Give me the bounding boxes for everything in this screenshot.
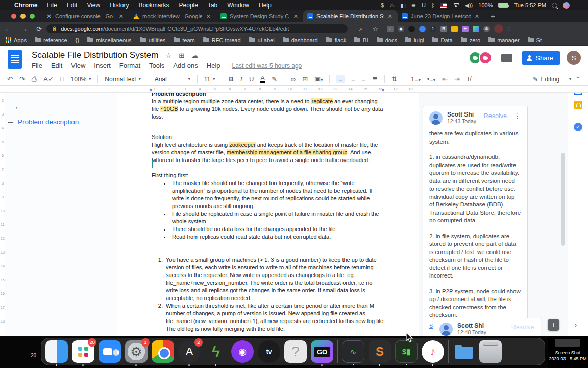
menu-item[interactable]: Help xyxy=(259,2,272,9)
bookmark-item[interactable]: Apps xyxy=(5,37,27,43)
docs-menu-file[interactable]: File xyxy=(32,62,42,70)
close-tab-icon[interactable]: ✕ xyxy=(292,13,299,20)
docs-menu-view[interactable]: View xyxy=(71,62,85,70)
highlight-color-button[interactable]: ✎ xyxy=(272,75,277,83)
google-docs-icon[interactable] xyxy=(8,50,22,69)
add-comment-button[interactable]: ⊞ xyxy=(302,75,308,83)
tab-mock-interview[interactable]: mock interview - Google Drive ✕ xyxy=(129,10,216,22)
bookmark-item[interactable]: dashboard xyxy=(283,37,318,43)
bookmark-item[interactable]: RFC toread xyxy=(203,37,241,43)
close-outline-icon[interactable]: ← xyxy=(14,102,23,112)
wifi-icon[interactable] xyxy=(452,3,459,8)
zoom-select[interactable]: 100%▾ xyxy=(71,76,91,83)
bold-button[interactable]: B xyxy=(229,75,233,83)
activity-monitor-dock-icon[interactable]: ∿ xyxy=(342,340,364,363)
docs-menu-tools[interactable]: Tools xyxy=(149,62,164,70)
document-title[interactable]: Scalable File Distribution System xyxy=(32,50,158,60)
bookmark-item[interactable]: luigi xyxy=(405,37,424,43)
menu-item[interactable]: Chrome xyxy=(14,2,37,9)
zoom-window-button[interactable] xyxy=(30,14,35,19)
lock-icon[interactable]: 🔒 xyxy=(52,26,57,31)
app-store-dock-icon[interactable]: A2 xyxy=(178,340,201,363)
horizontal-ruler[interactable]: 123456789101112131415161718 ▼ ▼ xyxy=(0,86,588,93)
keep-icon[interactable] xyxy=(574,101,582,109)
clear-formatting-button[interactable]: T̸ xyxy=(467,75,471,83)
justify-button[interactable]: ≣ xyxy=(372,75,378,83)
styles-select[interactable]: Normal text▾ xyxy=(105,76,140,83)
status-misc-icon[interactable]: $ xyxy=(381,2,384,8)
undo-button[interactable]: ↶ xyxy=(7,75,13,83)
underline-button[interactable]: U xyxy=(249,75,254,83)
menu-item[interactable]: Edit xyxy=(67,2,78,9)
downloads-folder-dock-icon[interactable] xyxy=(453,340,475,363)
spell-check-button[interactable]: A✓ xyxy=(43,75,54,83)
collaborator-avatar-pink[interactable] xyxy=(479,51,492,64)
battery-icon[interactable] xyxy=(498,3,508,8)
screenshot-thumbnail[interactable]: Screen Shot 2020-03...5.45 PM xyxy=(548,336,588,368)
siri-icon[interactable] xyxy=(563,2,570,9)
extension-zoom-icon[interactable] xyxy=(419,26,426,32)
music-dock-icon[interactable]: ♪ xyxy=(422,340,444,363)
menu-clock[interactable]: Tue 5:52 PM xyxy=(514,2,546,8)
align-center-button[interactable]: ≡ xyxy=(351,75,355,83)
zoom-dock-icon[interactable] xyxy=(99,340,121,363)
last-edit-status[interactable]: Last edit was 5 hours ago xyxy=(232,62,302,70)
missing-app-dock-icon[interactable]: ? xyxy=(284,340,307,363)
menu-item[interactable]: View xyxy=(87,2,100,9)
bookmark-item[interactable]: {} xyxy=(76,37,79,43)
font-select[interactable]: Arial▾ xyxy=(155,76,190,83)
insert-image-button[interactable]: ▣▾ xyxy=(314,75,323,83)
forward-button[interactable]: → xyxy=(16,25,32,33)
extension-rainbow-icon[interactable] xyxy=(473,26,479,32)
menu-item[interactable]: File xyxy=(47,2,57,9)
input-language-flag-icon[interactable] xyxy=(440,3,447,8)
hide-panel-chevron-icon[interactable]: › xyxy=(575,321,577,329)
share-button[interactable]: Share xyxy=(522,51,560,65)
menu-item[interactable]: People xyxy=(179,2,198,9)
close-tab-icon[interactable]: ✕ xyxy=(387,13,394,20)
resolve-button[interactable]: Resolve xyxy=(511,323,534,331)
bulleted-list-button[interactable]: •≡▾ xyxy=(427,75,435,83)
extension-purple-icon[interactable]: ✦ xyxy=(462,26,469,32)
goland-dock-icon[interactable]: GO xyxy=(311,340,333,363)
bookmark-item[interactable]: uLabel xyxy=(249,37,275,43)
numbered-list-button[interactable]: 1≡▾ xyxy=(411,75,421,83)
open-comments-icon[interactable] xyxy=(501,54,512,62)
sublime-text-dock-icon[interactable]: S xyxy=(369,340,391,363)
align-right-button[interactable]: ≡ xyxy=(362,75,366,83)
system-preferences-dock-icon[interactable]: ⚙1 xyxy=(125,340,148,363)
status-u-icon[interactable]: U xyxy=(422,2,426,8)
account-avatar[interactable]: S xyxy=(567,51,581,65)
bookmark-item[interactable]: flack xyxy=(326,37,347,43)
trash-dock-icon[interactable] xyxy=(479,340,502,363)
apple-tv-dock-icon[interactable]: tv xyxy=(258,340,280,363)
align-left-button[interactable]: ≡ xyxy=(336,75,345,83)
text-color-button[interactable]: A xyxy=(260,75,265,83)
new-tab-button[interactable]: + xyxy=(484,10,501,22)
line-spacing-button[interactable]: ⇅ xyxy=(391,75,397,83)
tab-scalable-file-distribution[interactable]: Scalable File Distribution Syst ✕ xyxy=(303,10,398,22)
increase-indent-button[interactable]: ⇥ xyxy=(454,75,460,83)
move-to-folder-icon[interactable]: ⊞ xyxy=(179,52,184,59)
notification-center-icon[interactable] xyxy=(575,3,582,8)
docs-menu-edit[interactable]: Edit xyxy=(51,62,62,70)
chrome-profile-avatar[interactable] xyxy=(494,24,503,33)
star-document-icon[interactable]: ☆ xyxy=(165,52,172,59)
extension-one-icon[interactable]: 1 xyxy=(430,26,436,32)
slack-dock-icon[interactable]: 28 xyxy=(72,340,94,363)
spotlight-icon[interactable] xyxy=(552,3,557,8)
status-app2-icon[interactable]: ◧ xyxy=(400,2,405,9)
close-tab-icon[interactable]: ✕ xyxy=(474,13,480,20)
cloud-saved-icon[interactable]: ☁ xyxy=(191,52,198,59)
bookmark-item[interactable]: docs xyxy=(377,37,397,43)
bookmark-item[interactable]: utilities xyxy=(140,37,166,43)
explore-button[interactable]: + xyxy=(548,319,559,331)
font-size-select[interactable]: 11▾ xyxy=(204,76,215,83)
green-app-dock-icon[interactable]: ϟ xyxy=(205,340,227,363)
extension-downloader-icon[interactable]: ↓ xyxy=(387,26,394,32)
menu-item[interactable]: Bookmarks xyxy=(139,2,169,9)
docs-menu-format[interactable]: Format xyxy=(119,62,140,70)
chrome-dock-icon[interactable] xyxy=(152,340,174,363)
minimize-window-button[interactable] xyxy=(20,14,26,19)
url-field[interactable]: 🔒 docs.google.com/document/d/1X0WBrqalFC… xyxy=(46,24,348,33)
